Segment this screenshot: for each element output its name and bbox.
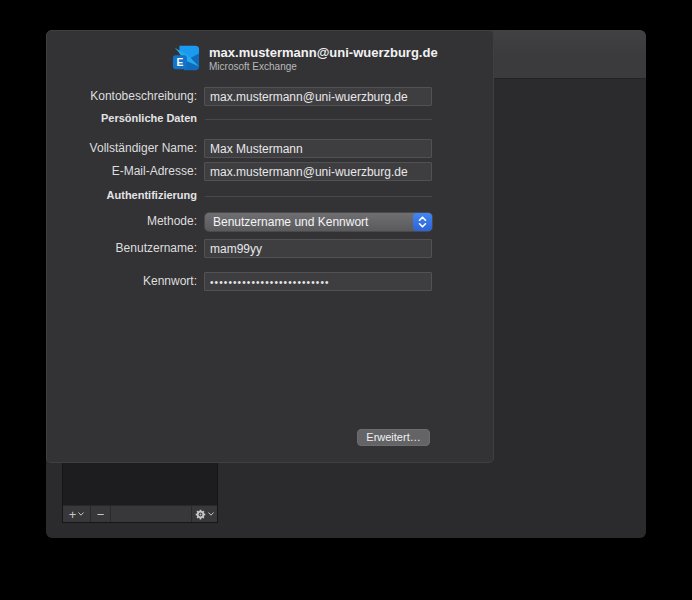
password-label: Kennwort: — [47, 272, 197, 291]
full-name-label: Vollständiger Name: — [47, 139, 197, 158]
popup-cap — [413, 213, 432, 231]
gear-icon — [195, 509, 206, 520]
auth-section-header: Authentifizierung — [47, 189, 197, 201]
add-account-button[interactable]: + — [63, 506, 91, 522]
description-input[interactable] — [204, 87, 432, 106]
chevron-down-icon — [78, 512, 84, 516]
account-header: E max.mustermann@uni-wuerzburg.de Micros… — [171, 44, 438, 72]
section-divider — [205, 196, 432, 197]
svg-text:E: E — [177, 57, 184, 68]
plus-icon: + — [69, 507, 77, 522]
email-input[interactable] — [204, 162, 432, 181]
account-subtitle: Microsoft Exchange — [209, 61, 438, 72]
advanced-button[interactable]: Erweitert… — [357, 429, 430, 446]
account-title: max.mustermann@uni-wuerzburg.de — [209, 45, 438, 60]
account-list-controls: + − — [63, 505, 217, 522]
password-input[interactable] — [204, 272, 432, 291]
minus-icon: − — [97, 507, 105, 522]
account-detail-panel: E max.mustermann@uni-wuerzburg.de Micros… — [46, 30, 494, 463]
microsoft-exchange-icon: E — [171, 44, 201, 72]
up-down-chevrons-icon — [418, 216, 427, 228]
method-popup[interactable]: Benutzername und Kennwort — [204, 212, 433, 232]
username-input[interactable] — [204, 239, 432, 258]
full-name-input[interactable] — [204, 139, 432, 158]
username-label: Benutzername: — [47, 239, 197, 258]
email-label: E-Mail-Adresse: — [47, 162, 197, 181]
accounts-window: Konten Alle anzeigen Standardkonto max.m… — [46, 30, 646, 538]
strip-spacer — [111, 506, 191, 522]
personal-section-header: Persönliche Daten — [47, 112, 197, 124]
method-label: Methode: — [47, 212, 197, 231]
account-actions-button[interactable] — [191, 506, 217, 522]
method-selected-value: Benutzername und Kennwort — [213, 215, 368, 229]
chevron-down-icon — [208, 512, 214, 516]
description-label: Kontobeschreibung: — [47, 87, 197, 106]
remove-account-button[interactable]: − — [91, 506, 111, 522]
section-divider — [205, 119, 432, 120]
